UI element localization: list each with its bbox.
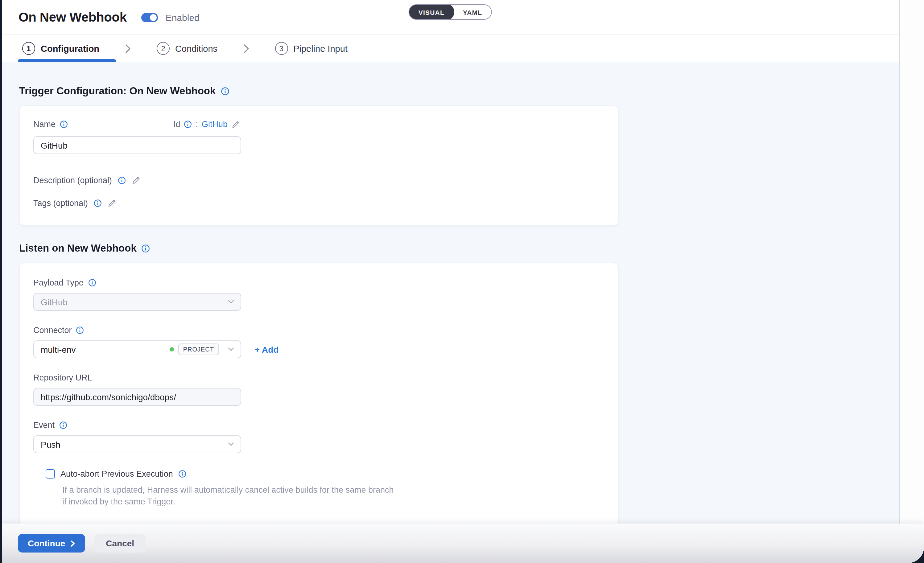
info-icon[interactable] [178,470,187,478]
id-label: Id [173,120,180,129]
info-icon[interactable] [76,326,84,334]
tags-label: Tags (optional) [33,199,88,208]
label-text: Repository URL [33,373,92,382]
info-icon[interactable] [184,120,192,128]
step-label: Configuration [41,43,99,53]
step-number-badge: 1 [22,42,35,55]
tab-visual[interactable]: VISUAL [409,4,454,20]
wizard-footer: Continue Cancel [2,524,924,563]
info-icon[interactable] [93,199,102,207]
page-title: On New Webhook [18,10,127,25]
auto-abort-help: If a branch is updated, Harness will aut… [62,484,604,508]
info-icon[interactable] [141,244,150,253]
tab-pipeline-input[interactable]: 3 Pipeline Input [275,42,348,55]
info-icon[interactable] [88,279,96,287]
visual-yaml-toggle: VISUAL YAML [409,4,492,20]
description-label: Description (optional) [33,176,112,185]
edit-icon[interactable] [131,176,140,185]
add-connector-button[interactable]: + Add [255,344,279,354]
drawer-header: On New Webhook Enabled VISUAL YAML [2,0,899,35]
cancel-button[interactable]: Cancel [94,534,146,553]
tab-yaml[interactable]: YAML [454,4,491,20]
tab-configuration[interactable]: 1 Configuration [22,42,99,55]
enabled-toggle-label: Enabled [166,12,200,22]
select-value: Push [41,439,60,449]
chevron-right-icon [124,43,131,53]
name-id-row: Name Id : GitHub [33,120,604,131]
heading-text: Listen on New Webhook [19,243,136,254]
repository-url-label: Repository URL [33,373,604,382]
active-tab-underline [18,59,116,62]
id-separator: : [196,120,198,129]
payload-type-group: Payload Type GitHub [33,278,604,311]
enabled-toggle[interactable] [141,13,158,22]
tags-row: Tags (optional) [33,199,604,208]
label-text: Payload Type [33,278,84,287]
info-icon[interactable] [117,177,126,184]
toggle-knob-icon [149,13,158,22]
info-icon[interactable] [60,120,68,128]
edit-icon[interactable] [231,120,240,129]
description-row: Description (optional) [33,176,604,185]
label-text: Connector [33,326,72,335]
heading-text: Trigger Configuration: On New Webhook [19,85,216,97]
label-text: Name [33,120,56,129]
connector-line: multi-env PROJECT + Add [33,335,604,358]
wizard-steps: 1 Configuration 2 Conditions 3 Pipeline … [2,35,899,62]
info-icon[interactable] [220,87,229,95]
connector-status-dot [170,347,174,352]
step-number-badge: 2 [157,42,170,55]
chevron-down-icon [228,442,234,446]
auto-abort-label: Auto-abort Previous Execution [60,469,173,479]
connector-group: Connector multi-env PROJECT [33,326,604,358]
event-label: Event [33,421,604,430]
trigger-configuration-card: Name Id : GitHub [19,105,619,226]
chevron-right-icon [243,43,249,53]
auto-abort-checkbox[interactable] [46,469,55,479]
repository-url-input[interactable] [33,388,241,406]
step-label: Conditions [175,43,218,53]
continue-label: Continue [28,538,65,548]
help-line: if invoked by the same Trigger. [62,496,604,508]
scroll-gutter[interactable] [899,0,924,563]
name-label: Name [33,120,604,129]
trigger-configuration-heading: Trigger Configuration: On New Webhook [19,85,899,97]
connector-scope-badge: PROJECT [178,343,219,355]
info-icon[interactable] [59,421,67,429]
select-value: multi-env [41,344,76,354]
auto-abort-row: Auto-abort Previous Execution [46,469,604,479]
label-text: Event [33,421,55,430]
name-input[interactable] [33,136,241,154]
app-root: On New Webhook Enabled VISUAL YAML 1 Con… [0,0,924,563]
repository-url-group: Repository URL [33,373,604,406]
chevron-down-icon [228,300,234,304]
enabled-toggle-group: Enabled [141,12,200,22]
cancel-label: Cancel [106,538,134,548]
payload-type-select[interactable]: GitHub [33,293,241,311]
listen-heading: Listen on New Webhook [19,243,899,254]
edit-icon[interactable] [107,199,116,208]
connector-select[interactable]: multi-env PROJECT [33,340,241,358]
continue-button[interactable]: Continue [18,534,85,553]
id-row: Id : GitHub [173,120,240,129]
tab-conditions[interactable]: 2 Conditions [157,42,218,55]
chevron-right-icon [70,540,75,547]
select-value: GitHub [41,297,68,307]
event-group: Event Push [33,421,604,453]
configuration-panel: Trigger Configuration: On New Webhook Na… [2,62,899,563]
chevron-down-icon [228,347,234,352]
listen-card: Payload Type GitHub [19,263,619,547]
payload-type-label: Payload Type [33,278,604,287]
step-number-badge: 3 [275,42,288,55]
help-line: If a branch is updated, Harness will aut… [62,484,604,496]
step-label: Pipeline Input [293,43,348,53]
connector-label: Connector [33,326,604,335]
id-value-link[interactable]: GitHub [202,120,228,129]
trigger-wizard-drawer: On New Webhook Enabled VISUAL YAML 1 Con… [2,0,924,563]
event-select[interactable]: Push [33,435,241,453]
